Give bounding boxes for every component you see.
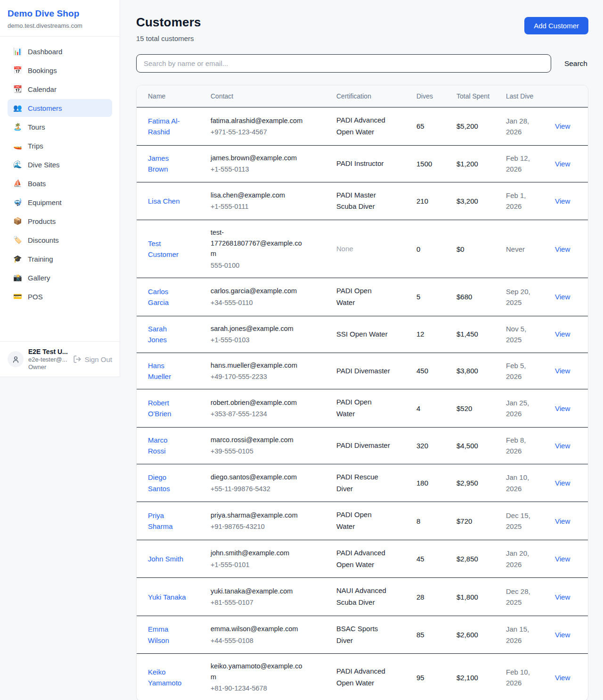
customer-row: Lisa Chen lisa.chen@example.com +1-555-0… xyxy=(137,182,588,220)
customer-name-link[interactable]: Keiko Yamamoto xyxy=(148,668,181,687)
view-customer-link[interactable]: View xyxy=(555,122,570,130)
search-input[interactable] xyxy=(136,54,551,73)
sidebar-nav-item-label: Boats xyxy=(28,180,46,188)
sidebar-nav-item[interactable]: 🚤 Trips xyxy=(8,137,112,155)
credit-card-icon: 💳 xyxy=(13,292,22,301)
customer-phone: +49-170-555-2233 xyxy=(211,371,304,382)
certification-text: PADI Divemaster xyxy=(336,367,390,375)
dives-count: 5 xyxy=(411,278,451,316)
column-header-contact: Contact xyxy=(205,85,331,107)
certification-text: PADI Rescue Diver xyxy=(336,473,378,493)
total-spent: $2,100 xyxy=(451,654,500,700)
sidebar-nav-item[interactable]: 🌊 Dive Sites xyxy=(8,156,112,173)
view-customer-link[interactable]: View xyxy=(555,330,570,338)
certification-text: BSAC Sports Diver xyxy=(336,625,378,644)
customer-email: priya.sharma@example.com xyxy=(211,510,304,520)
total-spent: $2,600 xyxy=(451,616,500,654)
user-footer: E2E Test U... e2e-tester@... Owner Sign … xyxy=(0,341,120,377)
customer-name-link[interactable]: John Smith xyxy=(148,555,183,563)
customer-name-link[interactable]: Lisa Chen xyxy=(148,197,180,205)
search-button[interactable]: Search xyxy=(563,58,588,70)
page-header: Customers 15 total customers Add Custome… xyxy=(136,15,588,42)
total-spent: $4,500 xyxy=(451,427,500,464)
customer-phone: +1-555-0103 xyxy=(211,335,304,345)
customer-email: marco.rossi@example.com xyxy=(211,435,304,445)
sidebar-nav-item[interactable]: 🏝️ Tours xyxy=(8,118,112,136)
sidebar-nav-item[interactable]: 📦 Products xyxy=(8,212,112,230)
last-dive-date: Sep 20, 2025 xyxy=(500,278,549,316)
last-dive-date: Feb 10, 2026 xyxy=(500,654,549,700)
customer-email: sarah.jones@example.com xyxy=(211,323,304,334)
customer-name-link[interactable]: Yuki Tanaka xyxy=(148,593,186,601)
add-customer-button[interactable]: Add Customer xyxy=(524,17,588,34)
sign-out-button[interactable]: Sign Out xyxy=(73,355,112,363)
view-customer-link[interactable]: View xyxy=(555,517,570,525)
customer-name-link[interactable]: Marco Rossi xyxy=(148,436,168,455)
dives-count: 85 xyxy=(411,616,451,654)
customer-name-link[interactable]: Hans Mueller xyxy=(148,362,171,380)
view-customer-link[interactable]: View xyxy=(555,479,570,487)
certification-text: PADI Open Water xyxy=(336,511,372,530)
last-dive-date: Jan 15, 2026 xyxy=(500,616,549,654)
calendar-date-icon: 📅 xyxy=(13,66,22,74)
customer-name-link[interactable]: James Brown xyxy=(148,154,169,173)
customer-email: fatima.alrashid@example.com xyxy=(211,115,304,126)
last-dive-date: Jan 25, 2026 xyxy=(500,389,549,428)
customer-name-link[interactable]: Robert O'Brien xyxy=(148,399,171,418)
total-customers-count: 15 total customers xyxy=(136,34,201,42)
view-customer-link[interactable]: View xyxy=(555,367,570,375)
sidebar-nav-item[interactable]: 📸 Gallery xyxy=(8,269,112,287)
customer-name-link[interactable]: Priya Sharma xyxy=(148,511,173,530)
sidebar-nav-item-label: Equipment xyxy=(28,198,62,206)
graduation-cap-icon: 🎓 xyxy=(13,255,22,263)
sidebar-nav-item[interactable]: 💳 POS xyxy=(8,288,112,305)
dives-count: 210 xyxy=(411,182,451,220)
customer-row: Robert O'Brien robert.obrien@example.com… xyxy=(137,389,588,428)
customer-phone: +1-555-0113 xyxy=(211,164,304,174)
customer-email: john.smith@example.com xyxy=(211,548,304,558)
sidebar-nav-item[interactable]: 🎓 Training xyxy=(8,250,112,268)
customer-email: test-1772681807767@example.com xyxy=(211,227,304,259)
last-dive-date: Never xyxy=(500,220,549,278)
sidebar-nav-item-label: Discounts xyxy=(28,236,59,244)
view-customer-link[interactable]: View xyxy=(555,160,570,168)
sidebar-nav-item[interactable]: 📆 Calendar xyxy=(8,80,112,98)
view-customer-link[interactable]: View xyxy=(555,555,570,563)
customer-name-link[interactable]: Emma Wilson xyxy=(148,625,169,644)
dives-count: 65 xyxy=(411,107,451,146)
customer-name-link[interactable]: Fatima Al-Rashid xyxy=(148,117,180,136)
customer-row: Fatima Al-Rashid fatima.alrashid@example… xyxy=(137,107,588,146)
view-customer-link[interactable]: View xyxy=(555,245,570,253)
person-icon xyxy=(12,355,20,363)
total-spent: $1,800 xyxy=(451,578,500,616)
customer-row: Keiko Yamamoto keiko.yamamoto@example.co… xyxy=(137,654,588,700)
sidebar-nav-item[interactable]: ⛵ Boats xyxy=(8,174,112,192)
view-customer-link[interactable]: View xyxy=(555,674,570,682)
view-customer-link[interactable]: View xyxy=(555,293,570,301)
view-customer-link[interactable]: View xyxy=(555,593,570,601)
sidebar-nav-item[interactable]: 📅 Bookings xyxy=(8,61,112,79)
view-customer-link[interactable]: View xyxy=(555,197,570,205)
customer-name-link[interactable]: Carlos Garcia xyxy=(148,288,169,306)
sidebar-nav-item-label: Training xyxy=(28,255,53,263)
customer-phone: +39-555-0105 xyxy=(211,446,304,456)
view-customer-link[interactable]: View xyxy=(555,442,570,450)
sidebar-nav-item[interactable]: 🏷️ Discounts xyxy=(8,231,112,249)
sidebar-nav-item[interactable]: 📊 Dashboard xyxy=(8,42,112,60)
camera-icon: 📸 xyxy=(13,273,22,282)
customer-email: robert.obrien@example.com xyxy=(211,397,304,408)
view-customer-link[interactable]: View xyxy=(555,631,570,639)
total-spent: $1,200 xyxy=(451,145,500,182)
customer-name-link[interactable]: Sarah Jones xyxy=(148,325,167,344)
customer-name-link[interactable]: Test Customer xyxy=(148,239,179,258)
certification-text: PADI Divemaster xyxy=(336,441,390,449)
sidebar-nav: 📊 Dashboard 📅 Bookings 📆 Calendar 👥 Cust… xyxy=(0,37,120,341)
sidebar-nav-item[interactable]: 🤿 Equipment xyxy=(8,193,112,211)
customer-row: Sarah Jones sarah.jones@example.com +1-5… xyxy=(137,316,588,353)
sidebar-nav-item[interactable]: 👥 Customers xyxy=(8,99,112,117)
customer-name-link[interactable]: Diego Santos xyxy=(148,473,170,492)
tag-icon: 🏷️ xyxy=(13,236,22,244)
dives-count: 8 xyxy=(411,502,451,540)
sidebar: Demo Dive Shop demo.test.divestreams.com… xyxy=(0,0,120,377)
view-customer-link[interactable]: View xyxy=(555,404,570,412)
